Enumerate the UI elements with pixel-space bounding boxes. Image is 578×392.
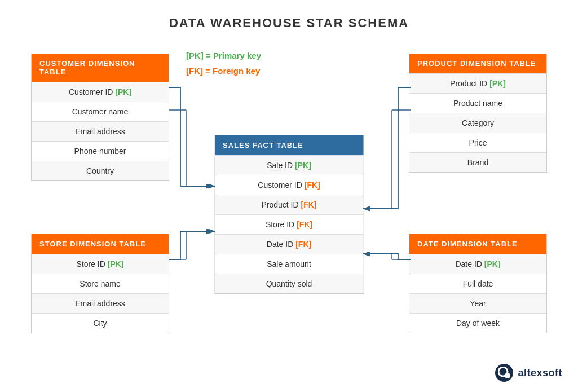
product-table-header: PRODUCT DIMENSION TABLE [409,54,546,73]
sales-fact-table: SALES FACT TABLE Sale ID [PK] Customer I… [214,135,364,294]
store-table-header: STORE DIMENSION TABLE [32,234,169,254]
legend-fk: [FK] = Foreign key [186,63,261,78]
table-row: Full date [409,274,546,293]
page-title: DATA WAREHOUSE STAR SCHEMA [0,0,578,30]
table-row: Day of week [409,313,546,333]
store-dimension-table: STORE DIMENSION TABLE Store ID [PK] Stor… [31,234,169,333]
legend: [PK] = Primary key [FK] = Foreign key [186,48,261,78]
table-row: Country [32,161,169,180]
table-row: Customer ID [PK] [32,82,169,102]
table-row: Sale amount [215,254,363,274]
table-row: Email address [32,293,169,313]
table-row: Store name [32,274,169,293]
table-row: Year [409,293,546,313]
table-row: Date ID [FK] [215,234,363,254]
table-row: Customer name [32,102,169,121]
legend-pk: [PK] = Primary key [186,48,261,63]
table-row: Sale ID [PK] [215,155,363,175]
table-row: Store ID [PK] [32,254,169,274]
logo: altexsoft [495,364,562,382]
table-row: Phone number [32,141,169,161]
table-row: Customer ID [FK] [215,175,363,195]
logo-icon [495,364,513,382]
table-row: Product name [409,93,546,113]
customer-dimension-table: CUSTOMER DIMENSION TABLE Customer ID [PK… [31,54,169,181]
table-row: Brand [409,152,546,172]
table-row: Product ID [PK] [409,73,546,93]
date-table-header: DATE DIMENSION TABLE [409,234,546,254]
table-row: Product ID [FK] [215,195,363,214]
svg-point-16 [505,373,509,378]
sales-table-header: SALES FACT TABLE [215,135,363,155]
table-row: Email address [32,121,169,141]
product-dimension-table: PRODUCT DIMENSION TABLE Product ID [PK] … [409,54,547,173]
date-dimension-table: DATE DIMENSION TABLE Date ID [PK] Full d… [409,234,547,333]
customer-table-header: CUSTOMER DIMENSION TABLE [32,54,169,82]
table-row: Store ID [FK] [215,214,363,234]
table-row: City [32,313,169,333]
table-row: Price [409,133,546,152]
table-row: Quantity sold [215,274,363,293]
table-row: Date ID [PK] [409,254,546,274]
table-row: Category [409,113,546,133]
svg-point-15 [498,367,508,376]
logo-text: altexsoft [518,367,562,379]
